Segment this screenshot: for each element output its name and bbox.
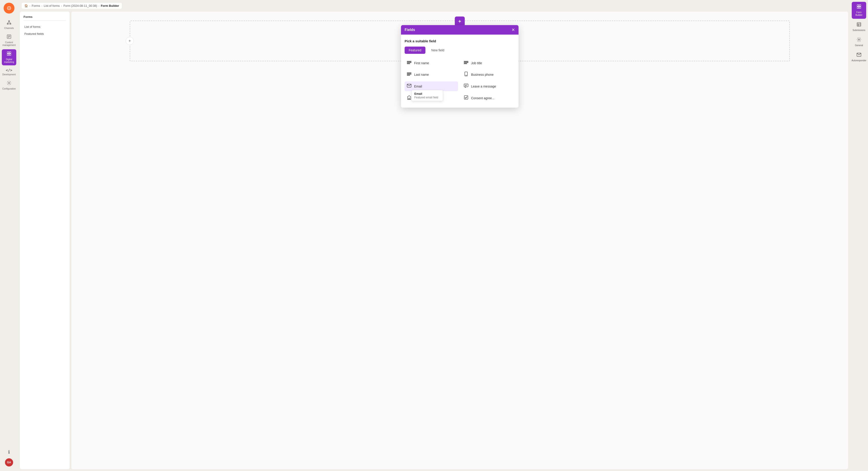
svg-rect-24: [407, 61, 411, 62]
svg-rect-39: [409, 98, 410, 99]
svg-rect-40: [464, 96, 468, 99]
breadcrumb-home-icon[interactable]: 🏠: [24, 4, 28, 7]
right-nav-form-builder[interactable]: Form Builder: [852, 2, 866, 19]
svg-rect-30: [407, 72, 411, 73]
forms-panel-title: Forms: [24, 15, 66, 21]
general-icon: [857, 37, 862, 43]
svg-point-3: [7, 8, 8, 8]
field-business-phone[interactable]: Business phone: [462, 69, 515, 80]
right-nav-general[interactable]: General: [852, 35, 866, 49]
email-tooltip: Email Featured email field: [411, 90, 443, 101]
info-button[interactable]: ℹ: [2, 447, 16, 457]
svg-point-49: [858, 39, 860, 40]
job-title-icon: [463, 61, 469, 65]
breadcrumb-list[interactable]: List of forms: [44, 4, 60, 7]
nav-list-of-forms[interactable]: List of forms: [24, 23, 66, 30]
svg-point-9: [8, 20, 10, 22]
left-sidebar: Channels Content management Digital mark…: [0, 0, 18, 471]
logo-button[interactable]: [4, 3, 14, 13]
main-content: 🏠 › Forms › List of forms › Form (2024-0…: [18, 0, 850, 471]
submissions-label: Submissions: [852, 29, 866, 32]
autoresponder-label: Autoresponder: [851, 59, 866, 62]
field-job-title[interactable]: Job title: [462, 58, 515, 68]
field-email[interactable]: Email Email Featured email field: [405, 81, 458, 91]
content-label: Content management: [2, 41, 16, 47]
channels-label: Channels: [4, 27, 14, 30]
topbar: 🏠 › Forms › List of forms › Form (2024-0…: [18, 0, 850, 11]
sidebar-item-configuration[interactable]: Configuration: [2, 79, 16, 92]
digital-label: Digital marketing: [3, 58, 16, 63]
svg-point-34: [466, 75, 466, 76]
field-consent[interactable]: Consent agree...: [462, 93, 515, 103]
sidebar-item-development[interactable]: </> Development: [2, 66, 16, 78]
svg-rect-42: [859, 5, 861, 6]
sidebar-item-content[interactable]: Content management: [2, 32, 16, 49]
svg-point-7: [10, 6, 11, 7]
tab-new-field[interactable]: New field: [427, 47, 448, 54]
configuration-label: Configuration: [2, 88, 16, 90]
svg-rect-32: [407, 75, 410, 76]
modal-header: Fields ✕: [401, 25, 519, 35]
sidebar-item-channels[interactable]: Channels: [2, 18, 16, 31]
right-nav-autoresponder[interactable]: Autoresponder: [852, 50, 866, 64]
svg-point-4: [10, 8, 11, 8]
modal-title: Fields: [405, 28, 415, 32]
svg-rect-44: [859, 7, 861, 8]
svg-rect-19: [7, 52, 9, 53]
breadcrumb-current: Form Builder: [101, 4, 119, 7]
forms-panel: Forms List of forms Featured fields: [20, 11, 70, 469]
breadcrumb: 🏠 › Forms › List of forms › Form (2024-0…: [22, 3, 122, 9]
tab-featured[interactable]: Featured: [405, 47, 426, 54]
field-first-name[interactable]: First name: [405, 58, 458, 68]
fields-modal-overlay: Fields ✕ Pick a suitable field Featured …: [71, 11, 848, 469]
first-name-icon: [406, 61, 412, 65]
submissions-icon: [857, 22, 862, 28]
svg-point-2: [8, 9, 9, 10]
nav-featured-fields[interactable]: Featured fields: [24, 30, 66, 37]
modal-body: Pick a suitable field Featured New field: [401, 35, 519, 108]
consent-icon: [463, 95, 469, 100]
leave-message-label: Leave a message: [471, 85, 496, 88]
last-name-icon: [406, 72, 412, 77]
content-area: Forms List of forms Featured fields + + …: [18, 11, 850, 471]
svg-rect-21: [7, 54, 9, 55]
svg-point-6: [10, 9, 11, 10]
development-label: Development: [2, 73, 16, 76]
svg-rect-41: [857, 5, 859, 6]
right-sidebar: Form Builder Submissions General: [850, 0, 868, 471]
svg-rect-22: [9, 54, 11, 55]
email-icon: [406, 84, 412, 89]
svg-rect-26: [407, 63, 410, 64]
business-phone-label: Business phone: [471, 73, 494, 77]
first-name-label: First name: [414, 61, 429, 65]
svg-rect-28: [464, 62, 468, 63]
right-nav-submissions[interactable]: Submissions: [852, 20, 866, 34]
leave-message-icon: [463, 84, 469, 89]
svg-line-12: [8, 22, 9, 23]
svg-rect-43: [857, 7, 859, 8]
sidebar-item-digital[interactable]: Digital marketing: [2, 49, 16, 65]
svg-line-13: [9, 22, 10, 23]
form-builder-icon: [857, 4, 862, 10]
field-leave-message[interactable]: Leave a message: [462, 81, 515, 91]
modal-close-button[interactable]: ✕: [512, 28, 515, 32]
svg-rect-27: [464, 61, 468, 62]
last-name-label: Last name: [414, 73, 429, 77]
svg-rect-20: [9, 52, 11, 53]
info-icon: ℹ: [8, 449, 10, 455]
svg-rect-29: [464, 63, 467, 64]
svg-point-23: [8, 82, 10, 84]
breadcrumb-form-id[interactable]: Form (2024-08-11_00:38): [64, 4, 97, 7]
form-builder-label: Form Builder: [852, 11, 865, 17]
configuration-icon: [6, 81, 11, 87]
breadcrumb-forms[interactable]: Forms: [32, 4, 40, 7]
fields-modal: Fields ✕ Pick a suitable field Featured …: [401, 25, 519, 108]
business-phone-icon: [463, 72, 469, 77]
digital-icon: [6, 51, 11, 57]
svg-rect-45: [857, 23, 861, 26]
user-avatar[interactable]: GA: [5, 458, 13, 467]
field-last-name[interactable]: Last name: [405, 69, 458, 80]
channels-icon: [6, 20, 11, 26]
svg-rect-31: [407, 74, 411, 75]
svg-point-0: [8, 8, 9, 8]
